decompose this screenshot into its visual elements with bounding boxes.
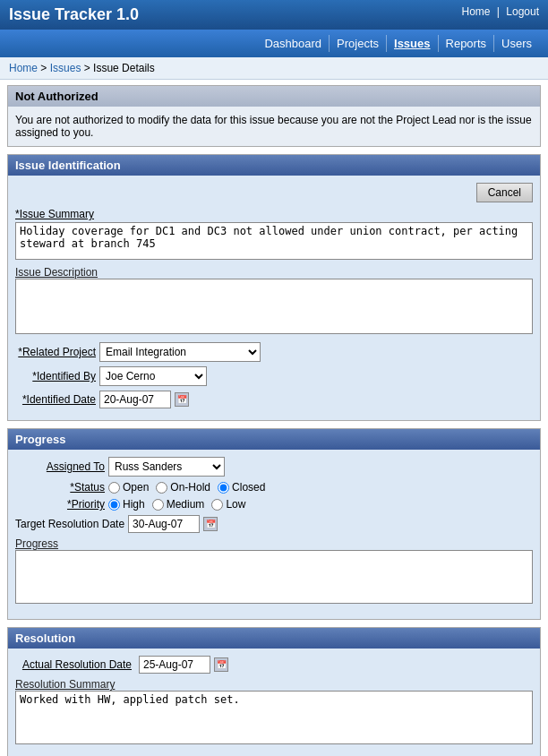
progress-header: Progress [8, 429, 540, 450]
logout-link[interactable]: Logout [506, 5, 539, 18]
progress-notes-input[interactable] [15, 550, 533, 604]
resolution-summary-label: Resolution Summary [15, 678, 115, 691]
app-header: Issue Tracker 1.0 Home | Logout [0, 0, 548, 30]
target-resolution-row: Target Resolution Date 📅 [15, 515, 533, 533]
status-row: *Status Open On-Hold Closed [15, 481, 533, 494]
navbar: Dashboard Projects Issues Reports Users [0, 30, 548, 57]
issue-description-label: Issue Description [15, 266, 98, 279]
main-content: Not Authorized You are not authorized to… [0, 80, 548, 756]
resolution-header: Resolution [8, 628, 540, 649]
nav-projects[interactable]: Projects [330, 35, 387, 52]
actual-resolution-input[interactable] [139, 656, 210, 674]
breadcrumb: Home > Issues > Issue Details [0, 57, 548, 80]
not-authorized-header: Not Authorized [8, 86, 540, 107]
progress-body: Assigned To Russ Sanders *Status Open On… [8, 450, 540, 619]
identified-by-select[interactable]: Joe Cerno [99, 366, 207, 386]
target-resolution-calendar-icon[interactable]: 📅 [203, 517, 218, 531]
issue-summary-label: *Issue Summary [15, 208, 533, 220]
actual-resolution-row: Actual Resolution Date 📅 [15, 656, 533, 674]
priority-medium-label: Medium [167, 498, 205, 511]
cancel-row: Cancel [15, 183, 533, 202]
issue-description-input[interactable] [15, 279, 533, 334]
assigned-to-label: Assigned To [15, 460, 105, 473]
priority-medium-item: Medium [152, 498, 205, 511]
not-authorized-box: Not Authorized You are not authorized to… [7, 85, 541, 147]
resolution-summary-input[interactable]: Worked with HW, applied patch set. [15, 691, 533, 744]
identified-date-row: *Identified Date 📅 [15, 391, 533, 408]
status-open-item: Open [108, 481, 149, 494]
related-project-row: *Related Project Email Integration [15, 342, 533, 362]
header-links: Home | Logout [461, 5, 539, 18]
nav-reports[interactable]: Reports [439, 35, 495, 52]
cancel-button[interactable]: Cancel [476, 183, 533, 202]
status-onhold-label: On-Hold [170, 481, 210, 494]
actual-resolution-calendar-icon[interactable]: 📅 [214, 657, 228, 672]
issue-summary-row: *Issue Summary Holiday coverage for DC1 … [15, 208, 533, 262]
priority-low-label: Low [226, 498, 245, 511]
issue-identification-header: Issue Identification [8, 155, 540, 176]
resolution-body: Actual Resolution Date 📅 Resolution Summ… [8, 649, 540, 756]
breadcrumb-issues[interactable]: Issues [50, 62, 81, 74]
issue-summary-input[interactable]: Holiday coverage for DC1 and DC3 not all… [15, 222, 533, 260]
nav-issues[interactable]: Issues [387, 35, 438, 52]
breadcrumb-home[interactable]: Home [9, 62, 38, 74]
progress-section: Progress Assigned To Russ Sanders *Statu… [7, 428, 541, 620]
issue-identification-body: Cancel *Issue Summary Holiday coverage f… [8, 176, 540, 420]
status-open-radio[interactable] [108, 482, 120, 494]
app-title: Issue Tracker 1.0 [9, 5, 139, 24]
resolution-summary-row: Resolution Summary Worked with HW, appli… [15, 678, 533, 747]
progress-notes-row: Progress [15, 537, 533, 606]
progress-notes-label: Progress [15, 537, 58, 550]
issue-summary-wrapper: Holiday coverage for DC1 and DC3 not all… [15, 222, 533, 262]
nav-users[interactable]: Users [494, 35, 539, 52]
status-onhold-item: On-Hold [156, 481, 210, 494]
priority-low-item: Low [211, 498, 245, 511]
identified-date-label: *Identified Date [15, 393, 96, 406]
status-closed-label: Closed [232, 481, 265, 494]
identified-by-label: *Identified By [15, 370, 96, 382]
priority-low-radio[interactable] [211, 499, 223, 511]
status-label: *Status [15, 481, 105, 494]
status-closed-radio[interactable] [218, 482, 229, 494]
related-project-select[interactable]: Email Integration [99, 342, 261, 362]
not-authorized-message: You are not authorized to modify the dat… [8, 107, 540, 146]
actual-resolution-label: Actual Resolution Date [15, 658, 132, 671]
breadcrumb-current: Issue Details [93, 62, 155, 74]
priority-medium-radio[interactable] [152, 499, 164, 511]
issue-description-row: Issue Description [15, 266, 533, 337]
assigned-to-select[interactable]: Russ Sanders [108, 457, 225, 477]
issue-description-wrapper [15, 279, 533, 337]
priority-high-label: High [123, 498, 145, 511]
status-radio-group: Open On-Hold Closed [108, 481, 265, 494]
priority-row: *Priority High Medium Low [15, 498, 533, 511]
status-open-label: Open [123, 481, 149, 494]
target-resolution-input[interactable] [128, 515, 200, 533]
priority-high-item: High [108, 498, 145, 511]
issue-identification-section: Issue Identification Cancel *Issue Summa… [7, 154, 541, 421]
resolution-section: Resolution Actual Resolution Date 📅 Reso… [7, 627, 541, 756]
priority-label: *Priority [15, 498, 105, 511]
assigned-to-row: Assigned To Russ Sanders [15, 457, 533, 477]
priority-high-radio[interactable] [108, 499, 120, 511]
related-project-label: *Related Project [15, 346, 96, 358]
target-resolution-label: Target Resolution Date [15, 518, 124, 530]
home-link[interactable]: Home [461, 5, 490, 18]
identified-date-input[interactable] [99, 391, 171, 408]
nav-dashboard[interactable]: Dashboard [257, 35, 330, 52]
identified-by-row: *Identified By Joe Cerno [15, 366, 533, 386]
identified-date-calendar-icon[interactable]: 📅 [175, 392, 189, 407]
status-onhold-radio[interactable] [156, 482, 167, 494]
priority-radio-group: High Medium Low [108, 498, 245, 511]
status-closed-item: Closed [218, 481, 265, 494]
